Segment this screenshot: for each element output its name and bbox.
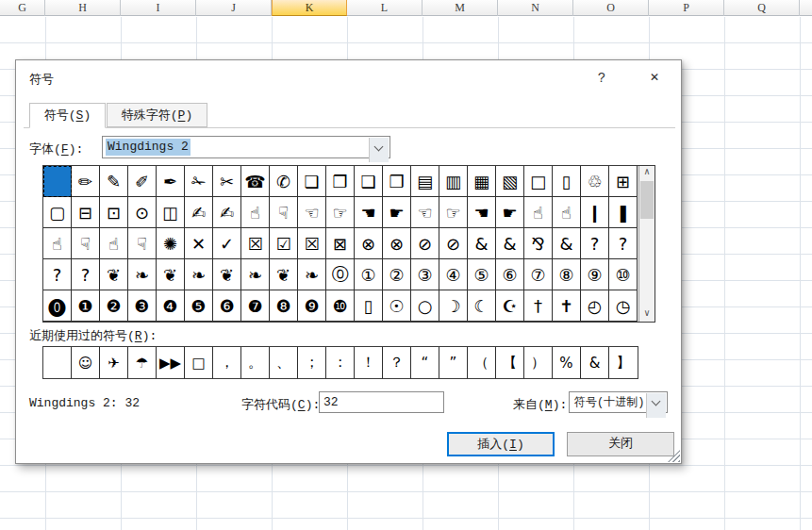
recent-symbol-cell[interactable]: 、 (270, 347, 298, 378)
symbol-cell[interactable]: ☝ (43, 228, 72, 259)
symbol-cell[interactable]: ☜ (411, 197, 439, 228)
symbol-cell[interactable]: ? (609, 228, 638, 259)
column-header-L[interactable]: L (347, 0, 423, 16)
symbol-cell[interactable]: ☝ (553, 197, 581, 228)
column-header-O[interactable]: O (573, 0, 649, 16)
symbol-cell[interactable]: ☛ (383, 197, 411, 228)
recent-symbol-cell[interactable]: ☂ (128, 347, 157, 378)
symbol-cell[interactable]: ❾ (298, 290, 326, 322)
symbol-cell[interactable]: ❚ (609, 197, 638, 228)
from-select-arrow-button[interactable] (646, 393, 666, 418)
recent-symbol-cell[interactable]: ， (213, 347, 241, 378)
symbol-cell[interactable]: ☝ (241, 197, 270, 228)
column-header-J[interactable]: J (196, 0, 272, 16)
recent-symbol-cell[interactable]: □ (185, 347, 213, 378)
symbol-cell[interactable]: ☝ (100, 228, 128, 259)
tab-symbols[interactable]: 符号(S) (29, 103, 106, 128)
symbol-cell[interactable]: ☞ (439, 197, 468, 228)
symbol-cell[interactable]: ❐ (326, 166, 355, 197)
symbol-cell[interactable]: ✍ (213, 197, 241, 228)
symbol-cell[interactable]: ✁ (185, 166, 213, 197)
symbol-cell[interactable]: † (524, 290, 553, 322)
symbol-cell[interactable]: ☑ (270, 228, 298, 259)
scrollbar-thumb[interactable] (640, 181, 654, 219)
column-header-K[interactable]: K (272, 0, 347, 16)
symbol-cell[interactable]: & (468, 228, 496, 259)
symbol-cell[interactable]: ⊞ (609, 166, 638, 197)
symbol-cell[interactable]: ☽ (439, 290, 468, 322)
recent-symbol-cell[interactable]: （ (468, 347, 496, 378)
recent-symbol-cell[interactable]: & (581, 347, 609, 378)
symbol-cell[interactable]: ✒ (157, 166, 185, 197)
symbol-cell[interactable]: ❶ (72, 290, 100, 322)
symbol-cell[interactable]: ▥ (439, 166, 468, 197)
symbol-cell[interactable]: ✓ (213, 228, 241, 259)
symbol-cell[interactable]: ? (581, 228, 609, 259)
tab-special-characters[interactable]: 特殊字符(P) (107, 103, 207, 127)
symbol-cell[interactable]: ☟ (270, 197, 298, 228)
recent-symbol-cell[interactable]: % (553, 347, 581, 378)
symbol-cell[interactable]: □ (524, 166, 553, 197)
recent-symbol-cell[interactable]: ☺ (72, 347, 100, 378)
symbol-cell[interactable]: ❦ (100, 259, 128, 290)
symbol-cell[interactable]: ⊠ (326, 228, 355, 259)
column-header-Q[interactable]: Q (724, 0, 800, 16)
symbol-cell[interactable]: ☚ (355, 197, 383, 228)
symbol-cell[interactable]: ⑩ (609, 259, 638, 290)
close-button[interactable]: 关闭 (567, 432, 674, 456)
symbol-cell[interactable]: ☟ (128, 228, 157, 259)
symbol-cell[interactable]: ☛ (496, 197, 524, 228)
symbol-cell[interactable]: ▤ (411, 166, 439, 197)
recent-symbol-cell[interactable]: ▶▶ (157, 347, 185, 378)
symbol-cell[interactable]: ❽ (270, 290, 298, 322)
symbol-cell[interactable]: ⊘ (411, 228, 439, 259)
symbol-cell[interactable]: ☟ (72, 228, 100, 259)
symbol-cell[interactable]: ⓿ (43, 290, 72, 322)
scrollbar-down-icon[interactable]: ∨ (639, 307, 655, 322)
symbol-cell[interactable]: ⊡ (100, 197, 128, 228)
symbol-cell[interactable]: ❧ (128, 259, 157, 290)
symbol-cell[interactable]: ① (355, 259, 383, 290)
column-header-M[interactable]: M (423, 0, 498, 16)
symbol-cell[interactable]: ▧ (496, 166, 524, 197)
symbol-cell[interactable]: ◫ (157, 197, 185, 228)
column-header-P[interactable]: P (649, 0, 724, 16)
symbol-cell[interactable]: ❿ (326, 290, 355, 322)
symbol-cell[interactable]: ❼ (241, 290, 270, 322)
symbol-cell[interactable]: ⑤ (468, 259, 496, 290)
character-code-input[interactable] (319, 391, 444, 413)
symbol-cell[interactable]: ❦ (157, 259, 185, 290)
symbol-cell[interactable]: ⊘ (439, 228, 468, 259)
symbol-cell[interactable] (43, 166, 72, 197)
symbol-cell[interactable]: ❦ (270, 259, 298, 290)
symbol-cell[interactable]: ✕ (185, 228, 213, 259)
recent-symbol-cell[interactable]: 】 (609, 347, 638, 378)
help-button[interactable]: ? (589, 68, 614, 89)
symbol-cell[interactable]: ☚ (468, 197, 496, 228)
font-select-arrow-button[interactable] (369, 138, 389, 162)
symbol-cell[interactable]: ④ (439, 259, 468, 290)
symbol-cell[interactable]: ✐ (128, 166, 157, 197)
recent-symbol-cell[interactable]: 。 (241, 347, 270, 378)
symbol-cell[interactable]: ❷ (100, 290, 128, 322)
recent-symbol-cell[interactable]: ！ (355, 347, 383, 378)
symbol-cell[interactable]: & (553, 228, 581, 259)
symbol-cell[interactable]: ▢ (43, 197, 72, 228)
symbol-cell[interactable]: & (496, 228, 524, 259)
symbol-cell[interactable]: ② (383, 259, 411, 290)
recent-symbol-cell[interactable]: ” (439, 347, 468, 378)
symbol-cell[interactable]: ⊟ (72, 197, 100, 228)
symbol-cell[interactable]: ☾ (468, 290, 496, 322)
symbol-cell[interactable]: ♲ (581, 166, 609, 197)
symbol-cell[interactable]: ❏ (298, 166, 326, 197)
symbol-cell[interactable]: ☒ (241, 228, 270, 259)
symbol-cell[interactable]: ❹ (157, 290, 185, 322)
symbol-cell[interactable]: ⊗ (383, 228, 411, 259)
symbol-cell[interactable]: ◴ (581, 290, 609, 322)
symbol-cell[interactable]: ? (43, 259, 72, 290)
recent-symbol-cell[interactable]: ✈ (100, 347, 128, 378)
symbol-cell[interactable]: ❙ (581, 197, 609, 228)
symbol-cell[interactable]: ❧ (298, 259, 326, 290)
symbol-cell[interactable]: ⊗ (355, 228, 383, 259)
symbol-cell[interactable]: ❸ (128, 290, 157, 322)
